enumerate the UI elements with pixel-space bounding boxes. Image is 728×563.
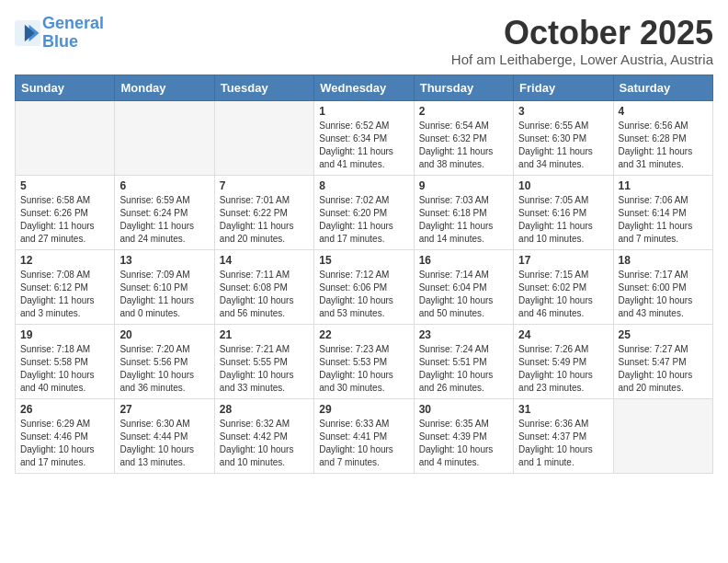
day-info: Sunrise: 7:05 AMSunset: 6:16 PMDaylight:… [518, 194, 608, 246]
day-info: Sunrise: 7:21 AMSunset: 5:55 PMDaylight:… [220, 343, 309, 395]
table-row: 21Sunrise: 7:21 AMSunset: 5:55 PMDayligh… [214, 324, 313, 398]
day-info: Sunrise: 7:08 AMSunset: 6:12 PMDaylight:… [20, 269, 109, 320]
day-number: 8 [319, 179, 408, 192]
day-number: 23 [419, 328, 508, 341]
calendar-week-row: 5Sunrise: 6:58 AMSunset: 6:26 PMDaylight… [16, 175, 713, 249]
title-block: October 2025 Hof am Leithaberge, Lower A… [451, 15, 713, 67]
day-number: 7 [220, 179, 309, 192]
day-number: 11 [619, 179, 708, 192]
table-row: 10Sunrise: 7:05 AMSunset: 6:16 PMDayligh… [514, 175, 613, 249]
table-row [214, 100, 313, 175]
table-row: 4Sunrise: 6:56 AMSunset: 6:28 PMDaylight… [613, 100, 712, 175]
day-number: 19 [20, 328, 109, 341]
day-info: Sunrise: 6:54 AMSunset: 6:32 PMDaylight:… [419, 120, 508, 171]
table-row: 26Sunrise: 6:29 AMSunset: 4:46 PMDayligh… [16, 398, 115, 473]
header-wednesday: Wednesday [314, 75, 414, 100]
table-row: 22Sunrise: 7:23 AMSunset: 5:53 PMDayligh… [314, 324, 414, 398]
day-info: Sunrise: 6:52 AMSunset: 6:34 PMDaylight:… [319, 120, 408, 171]
table-row [613, 398, 712, 473]
day-info: Sunrise: 7:11 AMSunset: 6:08 PMDaylight:… [220, 269, 309, 320]
table-row: 30Sunrise: 6:35 AMSunset: 4:39 PMDayligh… [414, 398, 513, 473]
day-number: 15 [319, 254, 408, 267]
day-number: 18 [619, 254, 708, 267]
table-row: 27Sunrise: 6:30 AMSunset: 4:44 PMDayligh… [115, 398, 214, 473]
day-number: 20 [119, 328, 209, 341]
table-row: 13Sunrise: 7:09 AMSunset: 6:10 PMDayligh… [115, 249, 214, 324]
header-thursday: Thursday [414, 75, 513, 100]
table-row: 2Sunrise: 6:54 AMSunset: 6:32 PMDaylight… [414, 100, 513, 175]
table-row: 17Sunrise: 7:15 AMSunset: 6:02 PMDayligh… [514, 249, 613, 324]
day-info: Sunrise: 7:24 AMSunset: 5:51 PMDaylight:… [419, 343, 508, 395]
logo-text: General Blue [42, 15, 104, 52]
day-number: 3 [518, 105, 608, 118]
day-info: Sunrise: 7:14 AMSunset: 6:04 PMDaylight:… [419, 269, 508, 320]
day-info: Sunrise: 7:09 AMSunset: 6:10 PMDaylight:… [119, 269, 209, 320]
day-number: 6 [119, 179, 209, 192]
day-info: Sunrise: 7:06 AMSunset: 6:14 PMDaylight:… [619, 194, 708, 246]
day-info: Sunrise: 6:56 AMSunset: 6:28 PMDaylight:… [619, 120, 708, 171]
table-row: 14Sunrise: 7:11 AMSunset: 6:08 PMDayligh… [214, 249, 313, 324]
table-row [16, 100, 115, 175]
day-number: 22 [319, 328, 408, 341]
table-row: 19Sunrise: 7:18 AMSunset: 5:58 PMDayligh… [16, 324, 115, 398]
header-friday: Friday [514, 75, 613, 100]
calendar-header-row: Sunday Monday Tuesday Wednesday Thursday… [16, 75, 713, 100]
day-info: Sunrise: 6:36 AMSunset: 4:37 PMDaylight:… [518, 418, 608, 469]
table-row: 1Sunrise: 6:52 AMSunset: 6:34 PMDaylight… [314, 100, 414, 175]
header-saturday: Saturday [613, 75, 712, 100]
day-number: 21 [220, 328, 309, 341]
day-info: Sunrise: 7:12 AMSunset: 6:06 PMDaylight:… [319, 269, 408, 320]
header-tuesday: Tuesday [214, 75, 313, 100]
day-number: 12 [20, 254, 109, 267]
table-row: 9Sunrise: 7:03 AMSunset: 6:18 PMDaylight… [414, 175, 513, 249]
header-monday: Monday [115, 75, 214, 100]
day-number: 28 [220, 403, 309, 416]
month-title: October 2025 [451, 15, 713, 52]
logo-line2: Blue [42, 32, 78, 51]
calendar: Sunday Monday Tuesday Wednesday Thursday… [15, 75, 713, 474]
day-info: Sunrise: 7:18 AMSunset: 5:58 PMDaylight:… [20, 343, 109, 395]
table-row: 3Sunrise: 6:55 AMSunset: 6:30 PMDaylight… [514, 100, 613, 175]
day-number: 30 [419, 403, 508, 416]
logo-line1: General [42, 14, 104, 32]
day-info: Sunrise: 7:15 AMSunset: 6:02 PMDaylight:… [518, 269, 608, 320]
day-number: 10 [518, 179, 608, 192]
day-number: 27 [119, 403, 209, 416]
header-sunday: Sunday [16, 75, 115, 100]
table-row: 7Sunrise: 7:01 AMSunset: 6:22 PMDaylight… [214, 175, 313, 249]
table-row: 31Sunrise: 6:36 AMSunset: 4:37 PMDayligh… [514, 398, 613, 473]
day-number: 2 [419, 105, 508, 118]
page-header: General Blue October 2025 Hof am Leithab… [15, 15, 713, 67]
day-number: 9 [419, 179, 508, 192]
table-row: 12Sunrise: 7:08 AMSunset: 6:12 PMDayligh… [16, 249, 115, 324]
day-info: Sunrise: 6:30 AMSunset: 4:44 PMDaylight:… [119, 418, 209, 469]
day-number: 13 [119, 254, 209, 267]
table-row: 15Sunrise: 7:12 AMSunset: 6:06 PMDayligh… [314, 249, 414, 324]
day-info: Sunrise: 7:27 AMSunset: 5:47 PMDaylight:… [619, 343, 708, 395]
table-row: 23Sunrise: 7:24 AMSunset: 5:51 PMDayligh… [414, 324, 513, 398]
day-info: Sunrise: 7:03 AMSunset: 6:18 PMDaylight:… [419, 194, 508, 246]
day-info: Sunrise: 6:32 AMSunset: 4:42 PMDaylight:… [220, 418, 309, 469]
table-row: 25Sunrise: 7:27 AMSunset: 5:47 PMDayligh… [613, 324, 712, 398]
day-number: 16 [419, 254, 508, 267]
day-info: Sunrise: 6:29 AMSunset: 4:46 PMDaylight:… [20, 418, 109, 469]
logo: General Blue [15, 15, 104, 52]
table-row: 11Sunrise: 7:06 AMSunset: 6:14 PMDayligh… [613, 175, 712, 249]
day-number: 25 [619, 328, 708, 341]
day-info: Sunrise: 7:23 AMSunset: 5:53 PMDaylight:… [319, 343, 408, 395]
day-number: 14 [220, 254, 309, 267]
location-title: Hof am Leithaberge, Lower Austria, Austr… [451, 52, 713, 67]
day-info: Sunrise: 7:20 AMSunset: 5:56 PMDaylight:… [119, 343, 209, 395]
day-info: Sunrise: 6:59 AMSunset: 6:24 PMDaylight:… [119, 194, 209, 246]
day-info: Sunrise: 7:17 AMSunset: 6:00 PMDaylight:… [619, 269, 708, 320]
calendar-week-row: 19Sunrise: 7:18 AMSunset: 5:58 PMDayligh… [16, 324, 713, 398]
day-info: Sunrise: 6:35 AMSunset: 4:39 PMDaylight:… [419, 418, 508, 469]
day-number: 29 [319, 403, 408, 416]
table-row: 24Sunrise: 7:26 AMSunset: 5:49 PMDayligh… [514, 324, 613, 398]
table-row: 6Sunrise: 6:59 AMSunset: 6:24 PMDaylight… [115, 175, 214, 249]
day-number: 24 [518, 328, 608, 341]
day-info: Sunrise: 7:01 AMSunset: 6:22 PMDaylight:… [220, 194, 309, 246]
calendar-week-row: 1Sunrise: 6:52 AMSunset: 6:34 PMDaylight… [16, 100, 713, 175]
table-row: 16Sunrise: 7:14 AMSunset: 6:04 PMDayligh… [414, 249, 513, 324]
table-row: 28Sunrise: 6:32 AMSunset: 4:42 PMDayligh… [214, 398, 313, 473]
